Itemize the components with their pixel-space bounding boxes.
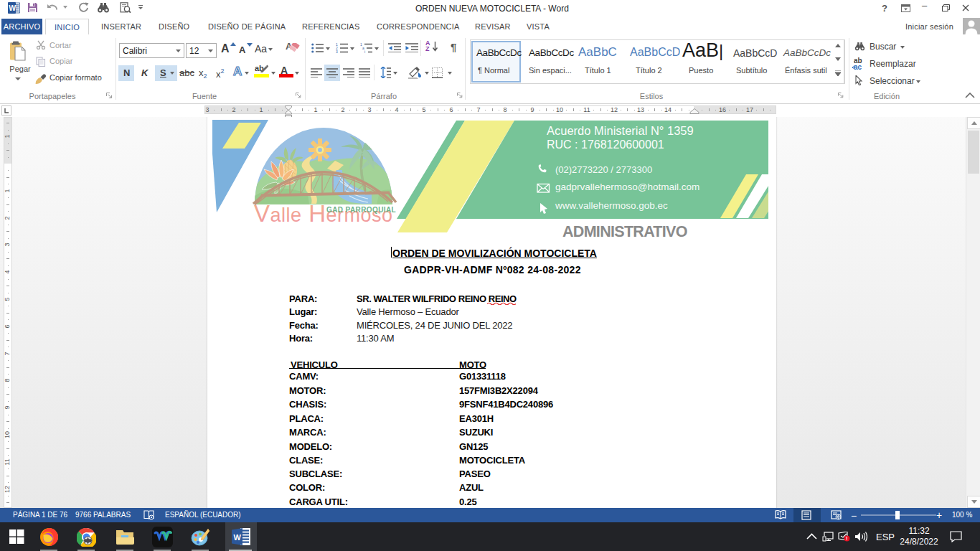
svg-text:3: 3 (336, 50, 338, 53)
svg-text:RUC : 1768120600001: RUC : 1768120600001 (547, 138, 664, 151)
svg-text:gadprvallehermoso@hotmail.com: gadprvallehermoso@hotmail.com (555, 182, 699, 192)
svg-text:GAD PARROQUIAL: GAD PARROQUIAL (326, 206, 396, 214)
svg-text:www.vallehermoso.gob.ec: www.vallehermoso.gob.ec (555, 200, 668, 211)
svg-text:W: W (234, 533, 242, 542)
svg-text:(02)2773220 / 2773300: (02)2773220 / 2773300 (555, 164, 652, 175)
svg-text:!: ! (846, 536, 847, 541)
svg-text:W: W (9, 4, 16, 12)
svg-text:Acuerdo Ministerial N° 1359: Acuerdo Ministerial N° 1359 (547, 124, 694, 137)
svg-text:i: i (364, 50, 365, 53)
